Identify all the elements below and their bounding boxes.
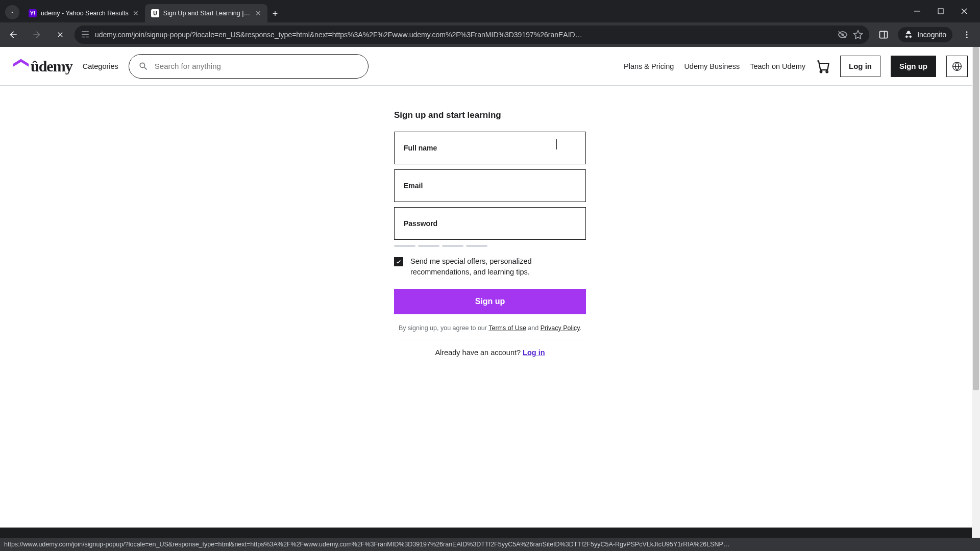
favicon-yahoo-icon: Y! — [29, 9, 37, 17]
tab-title: Sign Up and Start Learning | Ud — [163, 10, 251, 17]
incognito-indicator[interactable]: Incognito — [898, 27, 952, 42]
arrow-right-icon — [32, 30, 42, 40]
close-window-button[interactable] — [952, 3, 976, 19]
arrow-left-icon — [8, 30, 18, 40]
tab-title: udemy - Yahoo Search Results — [41, 10, 129, 17]
window-controls — [905, 0, 976, 22]
svg-rect-2 — [880, 31, 888, 38]
svg-point-6 — [966, 37, 968, 38]
dots-vertical-icon — [962, 30, 971, 39]
site-settings-icon[interactable] — [81, 30, 90, 39]
stop-reload-button[interactable] — [51, 26, 69, 44]
close-icon — [961, 8, 967, 14]
minimize-button[interactable] — [905, 3, 929, 19]
browser-toolbar: udemy.com/join/signup-popup/?locale=en_U… — [0, 22, 980, 47]
new-tab-button[interactable]: + — [267, 9, 283, 22]
minimize-icon — [914, 8, 920, 14]
svg-point-5 — [966, 34, 968, 36]
star-icon[interactable] — [853, 30, 863, 40]
forward-button[interactable] — [28, 26, 46, 44]
incognito-icon — [904, 30, 913, 39]
browser-tab-inactive[interactable]: Y! udemy - Yahoo Search Results ✕ — [22, 4, 145, 22]
panel-icon — [878, 30, 889, 40]
address-bar[interactable]: udemy.com/join/signup-popup/?locale=en_U… — [75, 26, 869, 44]
close-icon[interactable]: ✕ — [133, 9, 139, 17]
browser-tabstrip: Y! udemy - Yahoo Search Results ✕ U Sign… — [0, 0, 980, 22]
browser-tab-active[interactable]: U Sign Up and Start Learning | Ud ✕ — [145, 4, 267, 22]
svg-point-4 — [966, 31, 968, 33]
back-button[interactable] — [4, 26, 22, 44]
maximize-icon — [938, 8, 944, 14]
incognito-label: Incognito — [917, 31, 946, 39]
favicon-udemy-icon: U — [151, 9, 159, 17]
maximize-button[interactable] — [929, 3, 952, 19]
svg-rect-1 — [938, 9, 943, 14]
close-icon — [56, 31, 64, 39]
eye-off-icon[interactable] — [838, 30, 848, 40]
url-text: udemy.com/join/signup-popup/?locale=en_U… — [95, 31, 832, 39]
tab-search-button[interactable] — [5, 5, 19, 19]
chevron-down-icon — [9, 9, 15, 15]
side-panel-button[interactable] — [874, 26, 893, 44]
close-icon[interactable]: ✕ — [255, 9, 261, 17]
browser-menu-button[interactable] — [958, 26, 976, 44]
svg-rect-0 — [914, 11, 920, 12]
